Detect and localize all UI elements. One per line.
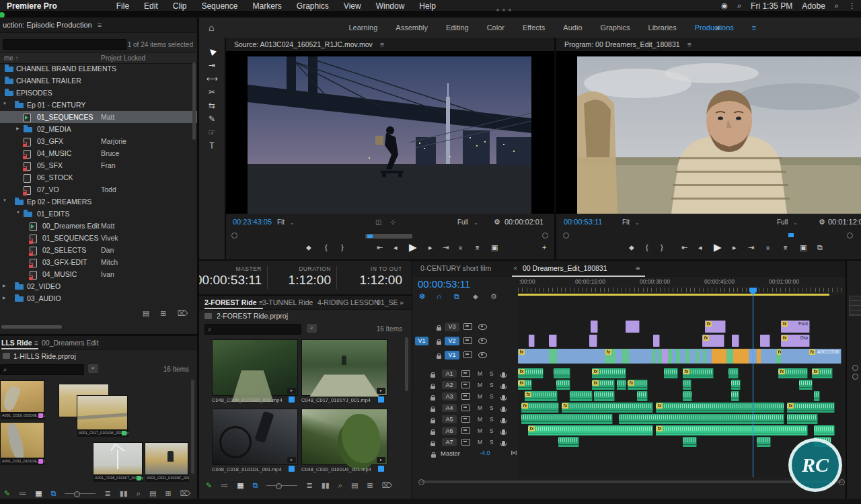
audio-clip[interactable] <box>594 391 615 401</box>
tree-item-ep-01-century[interactable]: ▼Ep 01 - CENTURY <box>0 99 197 111</box>
audio-clip[interactable]: fx <box>787 403 835 413</box>
program-zoom-select[interactable]: Fit⌄ <box>622 218 640 226</box>
solo-button[interactable]: S <box>490 416 494 423</box>
audio-clip[interactable] <box>617 380 626 390</box>
track-lock-icon[interactable] <box>437 324 441 332</box>
track-lock-icon[interactable] <box>430 439 435 448</box>
timeline-clip[interactable] <box>653 335 660 347</box>
timeline-h-scrollbar[interactable] <box>420 480 843 483</box>
audio-clip[interactable] <box>683 380 691 390</box>
voiceover-record-icon[interactable] <box>502 405 505 413</box>
h-scrollbar[interactable] <box>1 325 62 329</box>
track-target-a5[interactable]: A5 <box>442 415 457 423</box>
linked-selection-icon[interactable]: ⧉ <box>454 292 459 301</box>
thumbnail-checkbox[interactable] <box>378 466 384 472</box>
track-target-v3[interactable]: V3 <box>445 323 459 331</box>
scroll-handle-up[interactable] <box>852 365 858 371</box>
voiceover-record-icon[interactable] <box>502 439 505 447</box>
menu-item-help[interactable]: Help <box>419 1 436 11</box>
lift-button[interactable]: ⌅ <box>765 243 771 252</box>
track-lock-icon[interactable] <box>430 428 435 436</box>
mark-out-button[interactable]: } <box>341 243 344 251</box>
new-bin-icon[interactable]: ⊞ <box>160 309 166 318</box>
tree-item-05-sfx[interactable]: 05_SFXFran <box>0 159 197 171</box>
tree-item-00-dreamers-edit[interactable]: 00_Dreamers EditMatt <box>0 220 197 232</box>
thumbnail-checkbox[interactable] <box>38 459 43 464</box>
thumbnail-checkbox[interactable] <box>122 431 126 435</box>
timeline-clip[interactable] <box>799 349 809 364</box>
timeline-ruler[interactable]: :00:0000:00:15:0000:00:30:0000:00:45:000… <box>518 277 844 296</box>
tree-item-06-stock[interactable]: 06_STOCK <box>0 171 197 183</box>
panel-menu-icon[interactable]: ≡ <box>380 40 384 48</box>
search-icon[interactable]: ⌕ <box>137 489 141 498</box>
audio-clip[interactable] <box>731 391 739 401</box>
scrub-handle-left[interactable] <box>563 233 569 239</box>
home-icon[interactable]: ⌂ <box>209 22 214 33</box>
workspace-overflow-icon[interactable]: » <box>716 24 720 32</box>
new-bin-icon[interactable]: ▤ <box>149 489 156 498</box>
extract-button[interactable]: ⌆ <box>474 243 480 252</box>
sync-lock-icon[interactable] <box>461 370 470 378</box>
track-lock-icon[interactable] <box>430 417 435 425</box>
menu-item-clip[interactable]: Clip <box>173 1 187 11</box>
menu-item-file[interactable]: File <box>116 1 129 11</box>
track-target-v1[interactable]: V1 <box>445 351 459 360</box>
mark-out-button[interactable]: } <box>661 243 663 251</box>
timeline-clip[interactable] <box>712 349 721 364</box>
timeline-clip[interactable]: fx <box>702 335 724 347</box>
menu-item-graphics[interactable]: Graphics <box>297 1 329 11</box>
pencil-icon[interactable]: ✎ <box>206 481 212 490</box>
sort-icon[interactable]: ≣ <box>104 489 110 498</box>
add-marker-button[interactable]: ⬥ <box>306 243 311 252</box>
sync-lock-icon[interactable] <box>461 393 470 401</box>
forest-search-input[interactable]: ⌕ <box>204 324 301 335</box>
track-target-a3[interactable]: A3 <box>442 392 457 401</box>
voiceover-record-icon[interactable] <box>502 416 505 424</box>
timeline-clip[interactable] <box>767 349 777 364</box>
tree-item-channel-brand-elements[interactable]: CHANNEL BRAND ELEMENTS <box>0 62 197 75</box>
filmstrip-icon[interactable]: ▮▮ <box>120 489 128 498</box>
timeline-clip[interactable] <box>760 335 770 347</box>
audio-clip[interactable]: fx <box>528 425 653 435</box>
scrub-handle-left[interactable] <box>231 233 237 239</box>
timeline-clip[interactable]: fx <box>605 349 616 364</box>
solo-button[interactable]: S <box>490 393 494 400</box>
timeline-clip[interactable] <box>629 349 642 364</box>
panel-menu-icon[interactable]: ≡ <box>687 40 691 48</box>
slip-tool[interactable]: ⇆ <box>199 101 225 110</box>
audio-clip[interactable] <box>637 391 648 401</box>
sync-lock-icon[interactable] <box>461 405 470 413</box>
step-back-button[interactable]: ◂ <box>394 243 398 252</box>
timeline-clip[interactable] <box>626 321 640 333</box>
program-playhead-marker[interactable] <box>788 233 794 237</box>
tree-item-01-sequences[interactable]: 01_SEQUENCESVivek <box>0 232 197 244</box>
timeline-clip[interactable] <box>590 349 605 364</box>
track-visibility-icon[interactable] <box>478 323 487 331</box>
lift-button[interactable]: ⌅ <box>457 243 463 252</box>
track-lock-icon[interactable] <box>430 405 435 413</box>
source-quality-select[interactable]: Full⌄ <box>457 218 478 226</box>
track-target-a1[interactable]: A1 <box>442 370 457 378</box>
column-name[interactable]: me ↑ <box>4 54 19 62</box>
export-frame-button[interactable]: ▣ <box>491 243 498 252</box>
media-thumbnail[interactable]: A001_C019_0101VE_001.mp4 <box>0 380 44 413</box>
solo-button[interactable]: S <box>490 439 494 446</box>
razor-tool[interactable]: ✂ <box>199 87 225 97</box>
media-thumbnail[interactable]: ▸ <box>301 339 387 396</box>
thumbnail-checkbox[interactable] <box>38 413 43 418</box>
solo-button[interactable]: S <box>490 405 494 411</box>
collapsed-panel-strip[interactable] <box>846 261 861 499</box>
timeline-settings-icon[interactable]: ⚙ <box>490 292 497 301</box>
hand-tool[interactable]: ☞ <box>199 128 225 137</box>
filmstrip-icon[interactable]: ▮▮ <box>322 481 330 490</box>
new-bin-icon[interactable]: ▤ <box>351 481 358 490</box>
audio-clip[interactable]: fx <box>521 403 559 413</box>
timeline-clip[interactable]: fx <box>705 321 726 333</box>
tree-item-episodes[interactable]: EPISODES <box>0 87 197 99</box>
freeform-view-icon[interactable]: ⧉ <box>51 489 57 498</box>
audio-clip[interactable] <box>521 414 613 424</box>
chevron-down-icon[interactable]: ▼ <box>3 101 7 106</box>
scroll-handle-left[interactable] <box>418 479 424 485</box>
timeline-clip[interactable] <box>549 335 557 347</box>
workspace-tab-effects[interactable]: Effects <box>523 24 545 32</box>
